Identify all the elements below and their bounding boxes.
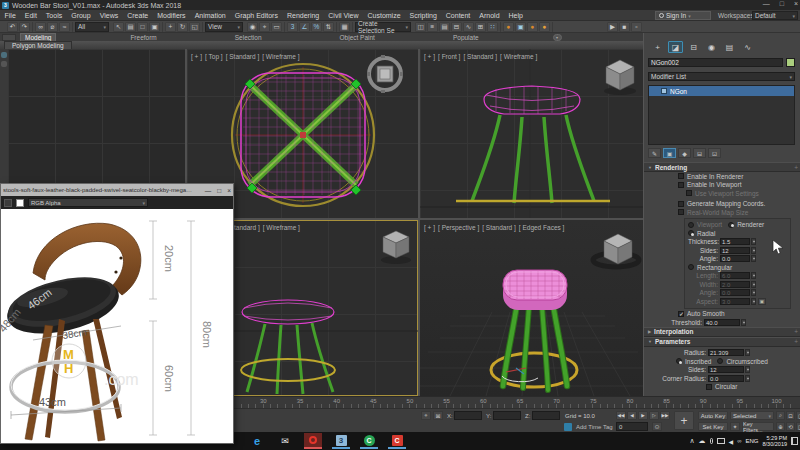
select-and-move-icon[interactable]: + <box>165 22 176 32</box>
tray-chevron-icon[interactable]: ∧ <box>689 437 694 445</box>
speaker-icon[interactable]: ◀ <box>729 438 734 445</box>
menu-item[interactable]: Tools <box>41 12 66 19</box>
generate-mapping-checkbox[interactable] <box>678 201 684 207</box>
rendering-rollout-header[interactable]: Rendering+ <box>644 162 800 172</box>
scene-explorer-icon[interactable]: ⊟ <box>451 22 462 32</box>
hierarchy-tab[interactable]: ⊟ <box>686 41 701 53</box>
selection-lock-icon[interactable]: ⊠ <box>433 411 443 420</box>
angle-spinner[interactable] <box>751 255 756 262</box>
align-icon[interactable]: ≡ <box>427 22 438 32</box>
ribbon-config-icon[interactable] <box>2 34 16 41</box>
menu-item[interactable]: Customize <box>363 12 405 19</box>
key-mode-toggle-icon[interactable]: ⊙ <box>652 422 662 431</box>
frame-small-icon[interactable]: ▫ <box>631 22 642 32</box>
menu-item[interactable]: File <box>0 12 20 19</box>
polygon-modeling-tab[interactable]: Polygon Modeling <box>4 41 72 49</box>
length-field[interactable]: 6.0 <box>720 272 750 279</box>
select-and-manipulate-icon[interactable]: ⌖ <box>259 22 270 32</box>
menu-item[interactable]: Rendering <box>282 12 323 19</box>
make-unique-button[interactable]: ◆ <box>678 148 691 158</box>
connectivity-icon[interactable]: ∞ <box>737 438 741 444</box>
configure-modifier-sets-button[interactable]: ⊡ <box>708 148 721 158</box>
circular-checkbox[interactable] <box>706 384 712 390</box>
select-object-icon[interactable]: ↖ <box>113 22 124 32</box>
object-color-swatch[interactable] <box>786 58 795 67</box>
mirror-icon[interactable]: ◫ <box>415 22 426 32</box>
menu-item[interactable]: Group <box>67 12 95 19</box>
zoom-extents-icon[interactable]: ▢ <box>796 411 800 420</box>
inscribed-radio[interactable] <box>676 358 682 364</box>
menu-item[interactable]: Animation <box>190 12 230 19</box>
viewer-maximize-button[interactable]: □ <box>217 187 221 194</box>
play-small-icon[interactable]: ▶ <box>607 22 618 32</box>
aspect-field[interactable]: 3.0 <box>720 298 750 305</box>
ribbon-tab[interactable]: Populate <box>449 34 483 41</box>
menu-item[interactable]: Graph Editors <box>230 12 282 19</box>
edge-taskbar-icon[interactable]: e <box>248 433 266 449</box>
opera-taskbar-icon[interactable] <box>304 433 322 449</box>
corner-radius-field[interactable]: 0.0 <box>708 375 744 382</box>
zoom-all-icon[interactable]: ⊡ <box>786 411 795 420</box>
motion-tab[interactable]: ◉ <box>704 41 719 53</box>
bind-to-spacewarp-icon[interactable]: ≈ <box>59 22 70 32</box>
circumscribed-radio[interactable] <box>717 358 723 364</box>
play-button[interactable]: ▶ <box>638 411 648 420</box>
threshold-field[interactable]: 40.0 <box>704 319 740 326</box>
menu-item[interactable]: Modifiers <box>153 12 190 19</box>
thickness-spinner[interactable] <box>751 238 756 245</box>
radius-field[interactable]: 21.309 <box>708 349 744 356</box>
angle-snap-icon[interactable]: ∠ <box>299 22 310 32</box>
maximize-button[interactable]: □ <box>780 0 784 7</box>
sign-in-button[interactable]: Sign In▾ <box>655 11 711 20</box>
set-keys-button[interactable]: + <box>674 411 694 430</box>
remove-modifier-button[interactable]: ⊟ <box>693 148 706 158</box>
go-to-start-button[interactable]: ◀◀ <box>616 411 626 420</box>
sides-field[interactable]: 12 <box>720 247 750 254</box>
set-key-button[interactable]: Set Key <box>698 422 728 431</box>
modifier-stack-item[interactable]: NGon <box>649 86 794 96</box>
reference-image-canvas[interactable]: M H .com 46cm 48cm 38cm 43cm 20cm 80cm <box>1 209 233 443</box>
menu-item[interactable]: Content <box>441 12 475 19</box>
onedrive-cloud-icon[interactable]: ☁ <box>699 437 706 445</box>
rendered-frame-icon[interactable]: ▣ <box>515 22 526 32</box>
z-coordinate-field[interactable] <box>532 411 560 420</box>
isolate-selection-icon[interactable]: ⌖ <box>421 411 431 420</box>
layout-icon[interactable] <box>1 61 7 67</box>
close-button[interactable]: × <box>794 0 798 7</box>
renderer-radio[interactable] <box>728 222 734 228</box>
snap-toggle-icon[interactable]: 3 <box>287 22 298 32</box>
width-field[interactable]: 2.0 <box>720 281 750 288</box>
x-coordinate-field[interactable] <box>454 411 482 420</box>
key-filters-button[interactable]: Key Filters... <box>742 422 774 431</box>
material-editor-icon[interactable]: ∷ <box>487 22 498 32</box>
ribbon-tab[interactable]: Modeling <box>20 33 56 41</box>
mail-taskbar-icon[interactable]: ✉ <box>276 433 294 449</box>
render-iterative-icon[interactable]: ● <box>527 22 538 32</box>
zoom-icon[interactable]: ⌕ <box>776 411 785 420</box>
spinner-snap-icon[interactable]: ⇅ <box>323 22 334 32</box>
parameters-sides-field[interactable]: 12 <box>708 366 744 373</box>
pan-icon[interactable]: ⊕ <box>776 422 785 431</box>
display-tab[interactable]: ▤ <box>722 41 737 53</box>
auto-smooth-checkbox[interactable] <box>678 311 684 317</box>
action-center-icon[interactable] <box>791 437 798 445</box>
y-coordinate-field[interactable] <box>493 411 521 420</box>
camtasia-taskbar-icon[interactable]: C <box>360 433 378 449</box>
window-crossing-icon[interactable]: ▣ <box>149 22 160 32</box>
redo-icon[interactable]: ↷ <box>19 22 30 32</box>
show-end-result-button[interactable]: ▣ <box>663 148 676 158</box>
reference-image-title-bar[interactable]: stools-soft-faux-leather-black-padded-sw… <box>1 184 233 196</box>
angle2-field[interactable]: 0.0 <box>720 289 750 296</box>
workspace-dropdown[interactable]: Default▾ <box>752 11 798 20</box>
select-by-name-icon[interactable]: ▤ <box>125 22 136 32</box>
microphone-icon[interactable] <box>710 438 713 444</box>
pin-stack-button[interactable]: ✎ <box>648 148 661 158</box>
selection-set-key-dropdown[interactable]: Selected▾ <box>730 411 774 420</box>
schematic-view-icon[interactable]: ⊞ <box>475 22 486 32</box>
enable-in-renderer-checkbox[interactable] <box>678 173 684 179</box>
viewport-perspective[interactable]: [ + ][ Perspective ][ Standard ][ Edged … <box>420 220 643 396</box>
save-image-icon[interactable] <box>4 199 12 207</box>
select-and-scale-icon[interactable]: ◱ <box>189 22 200 32</box>
auto-key-button[interactable]: Auto Key <box>698 411 728 420</box>
menu-item[interactable]: Help <box>504 12 527 19</box>
